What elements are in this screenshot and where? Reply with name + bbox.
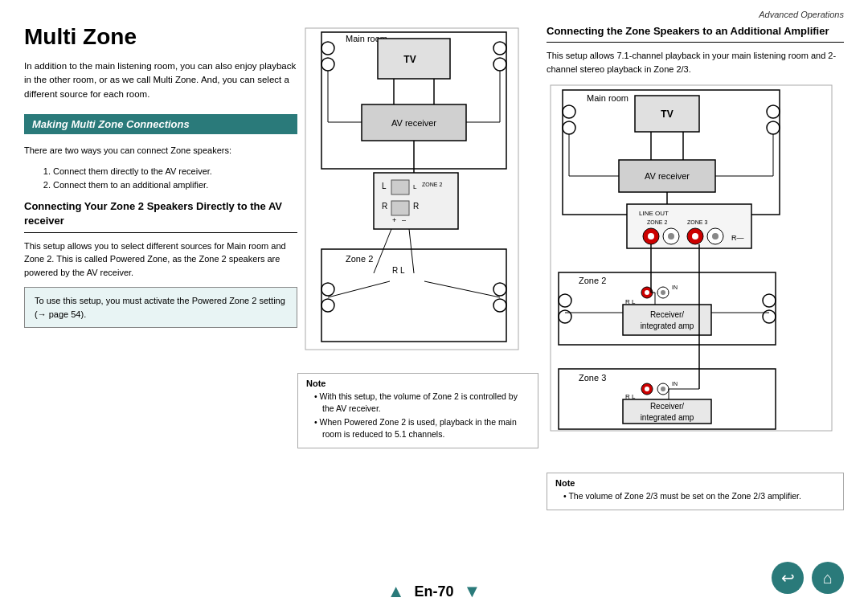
page-title: Multi Zone	[24, 24, 297, 50]
svg-text:ZONE 2: ZONE 2	[422, 182, 442, 187]
svg-point-74	[559, 310, 571, 323]
svg-text:TV: TV	[661, 108, 673, 120]
svg-rect-24	[391, 201, 409, 215]
svg-text:LINE OUT: LINE OUT	[639, 210, 669, 217]
header-advanced-operations: Advanced Operations	[759, 10, 844, 19]
svg-point-4	[321, 58, 334, 71]
svg-line-35	[374, 229, 391, 273]
svg-text:R: R	[382, 202, 387, 211]
svg-text:ZONE 3: ZONE 3	[687, 219, 707, 225]
svg-rect-18	[374, 173, 458, 229]
svg-text:Receiver/: Receiver/	[650, 310, 684, 319]
svg-point-75	[763, 294, 776, 307]
footer-right-icons: ↩ ⌂	[772, 562, 844, 594]
note1-item2: • When Powered Zone 2 is used, playback …	[314, 416, 530, 440]
svg-point-3	[321, 42, 334, 55]
svg-line-38	[424, 281, 500, 297]
svg-text:integrated amp: integrated amp	[641, 413, 694, 422]
svg-point-31	[321, 299, 334, 312]
prev-page-arrow[interactable]: ▲	[387, 581, 405, 602]
back-button[interactable]: ↩	[772, 562, 804, 594]
left-column: Multi Zone In addition to the main liste…	[24, 24, 297, 328]
right-column: Connecting the Zone Speakers to an Addit…	[547, 24, 844, 510]
zone-additional-diagram: Main room TV AV receiver LINE OUT	[547, 84, 836, 469]
svg-text:L: L	[382, 182, 387, 190]
zone-additional-body: This setup allows 7.1-channel playback i…	[547, 49, 844, 76]
footer-page-nav: ▲ En-70 ▼	[387, 581, 481, 602]
svg-text:L: L	[413, 183, 417, 190]
zone2-diagram: Main room TV AV receiver	[297, 24, 530, 370]
svg-text:R    L: R L	[392, 266, 405, 275]
svg-text:+: +	[392, 216, 396, 224]
svg-point-62	[648, 233, 654, 239]
svg-rect-20	[391, 180, 409, 194]
svg-text:Zone 2: Zone 2	[346, 254, 373, 264]
svg-text:R—: R—	[731, 234, 744, 242]
info-box: To use this setup, you must activate the…	[24, 287, 297, 328]
svg-text:Zone 3: Zone 3	[579, 373, 606, 383]
zone2-direct-title: Connecting Your Zone 2 Speakers Directly…	[24, 199, 297, 232]
middle-column: Main room TV AV receiver	[297, 24, 538, 448]
svg-text:integrated amp: integrated amp	[641, 321, 694, 330]
svg-text:Zone 2: Zone 2	[579, 276, 606, 285]
zone-additional-title: Connecting the Zone Speakers to an Addit…	[547, 24, 844, 43]
note2-item1: • The volume of Zone 2/3 must be set on …	[563, 490, 835, 502]
svg-text:IN: IN	[672, 381, 678, 387]
svg-text:IN: IN	[672, 284, 678, 290]
svg-point-32	[493, 283, 506, 296]
svg-text:R    L: R L	[625, 393, 636, 400]
svg-rect-82	[623, 305, 711, 335]
intro-text: In addition to the main listening room, …	[24, 59, 297, 101]
list-item-1: Connect them directly to the AV receiver…	[53, 165, 297, 178]
footer: ▲ En-70 ▼ ↩ ⌂	[0, 581, 868, 602]
svg-line-37	[328, 281, 390, 297]
home-icon: ⌂	[823, 569, 833, 587]
svg-point-6	[493, 58, 506, 71]
page: Advanced Operations Multi Zone In additi…	[0, 0, 868, 614]
note2-title: Note	[555, 478, 835, 488]
home-button[interactable]: ⌂	[812, 562, 844, 594]
svg-text:ZONE 2: ZONE 2	[647, 219, 667, 225]
svg-point-46	[767, 121, 780, 134]
svg-text:AV receiver: AV receiver	[645, 171, 690, 181]
list-intro: There are two ways you can connect Zone …	[24, 144, 297, 158]
svg-point-30	[321, 283, 334, 296]
svg-point-45	[767, 105, 780, 118]
svg-text:AV receiver: AV receiver	[391, 118, 436, 128]
svg-text:–: –	[402, 216, 406, 224]
svg-text:R    L: R L	[625, 298, 636, 305]
svg-point-78	[645, 290, 649, 295]
svg-point-43	[563, 105, 575, 118]
info-box-text: To use this setup, you must activate the…	[35, 296, 285, 319]
zone2-direct-body: This setup allows you to select differen…	[24, 239, 297, 280]
svg-point-64	[668, 233, 674, 239]
note2-box: Note • The volume of Zone 2/3 must be se…	[547, 473, 844, 510]
making-connections-header: Making Multi Zone Connections	[24, 114, 297, 134]
svg-point-66	[692, 233, 698, 239]
svg-point-5	[493, 42, 506, 55]
svg-point-73	[559, 294, 571, 307]
back-icon: ↩	[781, 568, 795, 587]
list-item-2: Connect them to an additional amplifier.	[53, 178, 297, 192]
svg-point-68	[712, 233, 719, 239]
svg-point-96	[661, 387, 665, 391]
svg-point-76	[763, 310, 776, 323]
note1-box: Note • With this setup, the volume of Zo…	[297, 373, 538, 448]
note1-item1: • With this setup, the volume of Zone 2 …	[314, 391, 530, 414]
svg-point-80	[661, 290, 665, 295]
svg-text:R: R	[413, 202, 419, 211]
svg-line-36	[409, 229, 414, 273]
svg-point-44	[563, 121, 575, 134]
page-number: En-70	[414, 583, 453, 600]
svg-text:TV: TV	[403, 54, 416, 65]
svg-text:Main room: Main room	[587, 93, 628, 103]
svg-text:Receiver/: Receiver/	[650, 402, 684, 411]
svg-point-33	[493, 299, 506, 312]
note1-title: Note	[306, 379, 530, 388]
svg-point-94	[645, 387, 649, 391]
next-page-arrow[interactable]: ▼	[464, 581, 481, 602]
